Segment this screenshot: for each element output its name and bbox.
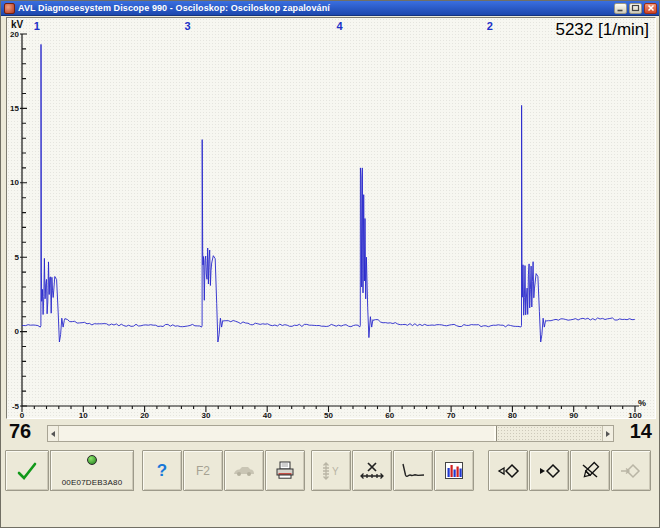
goto-cylinder-button[interactable] — [611, 450, 651, 491]
car-icon — [232, 464, 256, 477]
x-tick-label: 0 — [20, 411, 25, 418]
y-tick-label: 10 — [10, 178, 19, 187]
waveform-icon — [400, 462, 426, 480]
x-tick-label: 60 — [385, 411, 394, 418]
restore-button[interactable] — [629, 3, 642, 14]
y-tick-label: -5 — [12, 402, 20, 411]
toolbar-left-group: 00E07DEB3A80 ? F2 — [5, 450, 305, 491]
cylinder-label: 4 — [336, 20, 343, 32]
waveform-button[interactable] — [393, 450, 433, 491]
next-cylinder-button[interactable] — [529, 450, 569, 491]
bar-chart-icon — [445, 462, 463, 479]
help-button[interactable]: ? — [142, 450, 182, 491]
x-tick-label: 50 — [324, 411, 333, 418]
confirm-button[interactable] — [5, 450, 49, 491]
oscilloscope-chart: -50510152001020304050607080901001342 — [7, 18, 655, 418]
rpm-readout: 5232 [1/min] — [555, 20, 649, 40]
toolbar-view-group: Y — [311, 450, 474, 491]
x-tick-label: 70 — [447, 411, 456, 418]
window-title: AVL Diagnosesystem Discope 990 - Oscilos… — [18, 3, 612, 13]
y-tick-label: 5 — [15, 253, 20, 262]
prev-cylinder-icon — [496, 462, 520, 480]
cylinder-label: 1 — [34, 20, 40, 32]
y-tick-label: 20 — [10, 30, 19, 39]
led-icon — [87, 455, 97, 465]
restore-icon — [631, 4, 640, 12]
ignition-waveform — [22, 44, 635, 342]
y-tick-label: 0 — [15, 327, 20, 336]
y-tick-label: 15 — [10, 104, 19, 113]
print-button[interactable] — [265, 450, 305, 491]
x-scale-button[interactable] — [352, 450, 392, 491]
x-tick-label: 10 — [79, 411, 88, 418]
scroll-right-icon — [606, 431, 610, 437]
horizontal-scrollbar[interactable] — [47, 425, 614, 442]
x-tick-label: 40 — [263, 411, 272, 418]
scrollbar-thumb[interactable] — [59, 426, 497, 441]
oscilloscope-panel: -50510152001020304050607080901001342 kV … — [6, 17, 656, 419]
chart-axes — [22, 34, 639, 406]
help-icon: ? — [157, 461, 167, 481]
pencil-off-icon — [579, 461, 601, 481]
y-scale-button[interactable]: Y — [311, 450, 351, 491]
next-cylinder-icon — [537, 462, 561, 480]
device-id-panel[interactable]: 00E07DEB3A80 — [50, 450, 134, 491]
close-icon — [647, 4, 655, 12]
left-nav-value: 76 — [9, 420, 31, 443]
f2-button[interactable]: F2 — [183, 450, 223, 491]
prev-cylinder-button[interactable] — [488, 450, 528, 491]
scroll-left-button[interactable] — [48, 426, 59, 441]
scrollbar-track[interactable] — [497, 426, 602, 441]
right-nav-value: 14 — [630, 420, 652, 443]
minimize-button[interactable] — [614, 3, 627, 14]
x-axis-unit-label: % — [638, 398, 646, 408]
x-tick-label: 80 — [508, 411, 517, 418]
toolbar-spacer — [137, 450, 141, 491]
y-scale-icon: Y — [319, 461, 343, 481]
scroll-right-button[interactable] — [602, 426, 613, 441]
y-axis-unit-label: kV — [11, 19, 23, 30]
cylinder-label: 3 — [184, 20, 190, 32]
f2-label: F2 — [196, 464, 210, 478]
printer-icon — [275, 461, 295, 480]
checkmark-icon — [14, 460, 40, 482]
bar-graph-button[interactable] — [434, 450, 474, 491]
scroll-left-icon — [51, 431, 55, 437]
x-scale-icon — [359, 461, 385, 481]
x-tick-label: 100 — [628, 411, 642, 418]
minimize-icon — [616, 5, 625, 12]
vehicle-button[interactable] — [224, 450, 264, 491]
toolbar-cylinder-group — [488, 450, 651, 491]
chart-ticks — [20, 34, 635, 412]
title-bar: AVL Diagnosesystem Discope 990 - Oscilos… — [1, 1, 659, 16]
app-window: AVL Diagnosesystem Discope 990 - Oscilos… — [0, 0, 660, 528]
goto-icon — [619, 462, 643, 480]
cylinder-label: 2 — [487, 20, 493, 32]
app-icon — [4, 3, 15, 14]
pencil-off-button[interactable] — [570, 450, 610, 491]
svg-text:Y: Y — [332, 466, 339, 477]
x-tick-label: 30 — [201, 411, 210, 418]
close-button[interactable] — [644, 3, 657, 14]
x-tick-label: 20 — [140, 411, 149, 418]
device-id-text: 00E07DEB3A80 — [62, 478, 123, 487]
x-tick-label: 90 — [569, 411, 578, 418]
